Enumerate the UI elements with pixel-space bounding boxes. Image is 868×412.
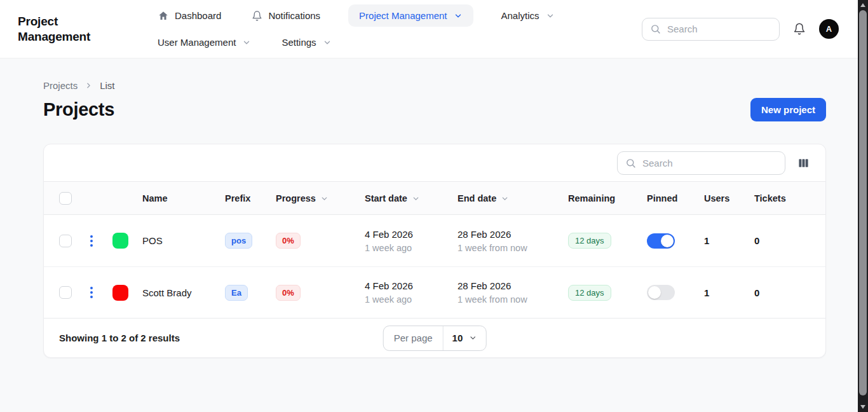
projects-table-card: Name Prefix Progress Start date End date… [43, 144, 826, 358]
nav-item-user-management[interactable]: User Management [155, 37, 254, 48]
scrollbar-up-arrow-icon[interactable] [858, 1, 868, 10]
users-count: 1 [704, 287, 754, 298]
top-nav: Project Management Dashboard Notificatio… [0, 0, 868, 58]
row-actions-kebab-icon[interactable] [87, 235, 96, 247]
nav-row-1: Dashboard Notifications Project Manageme… [155, 4, 557, 28]
scrollbar-down-arrow-icon[interactable] [858, 402, 868, 411]
per-page-select[interactable]: 10 [444, 326, 486, 350]
table-row: Scott Brady Ea 0% 4 Feb 2026 1 week ago … [44, 266, 825, 318]
chevron-down-icon [242, 38, 251, 47]
breadcrumb: Projects List [43, 80, 826, 91]
end-date-cell: 28 Feb 2026 1 week from now [458, 280, 568, 305]
nav-item-settings[interactable]: Settings [279, 37, 334, 48]
chevron-right-icon [85, 81, 93, 90]
chevron-down-icon [468, 334, 477, 342]
table-search[interactable] [617, 151, 785, 175]
nav-item-project-management[interactable]: Project Management [348, 4, 473, 27]
column-header-progress[interactable]: Progress [276, 193, 365, 203]
chevron-down-icon [454, 11, 463, 20]
column-header-end-date[interactable]: End date [458, 193, 568, 203]
nav-item-label: Notifications [268, 10, 320, 21]
tickets-count: 0 [754, 235, 810, 246]
per-page-value: 10 [452, 333, 463, 343]
per-page-label: Per page [384, 326, 444, 350]
start-date-relative: 1 week ago [365, 294, 458, 305]
select-all-checkbox[interactable] [59, 192, 72, 205]
main-nav: Dashboard Notifications Project Manageme… [155, 4, 557, 55]
vertical-scrollbar[interactable] [858, 0, 868, 412]
avatar-initial: A [826, 24, 832, 34]
column-header-remaining: Remaining [568, 193, 647, 203]
nav-item-label: Dashboard [175, 10, 221, 21]
bell-icon [252, 10, 262, 22]
end-date-cell: 28 Feb 2026 1 week from now [458, 229, 568, 253]
breadcrumb-projects[interactable]: Projects [43, 80, 78, 91]
logo-line-1: Project [18, 14, 155, 29]
progress-badge: 0% [276, 285, 301, 301]
sort-chevron-icon [320, 195, 329, 203]
table-row: POS pos 0% 4 Feb 2026 1 week ago 28 Feb … [44, 215, 825, 266]
app-window: Project Management Dashboard Notificatio… [0, 0, 868, 412]
end-date-relative: 1 week from now [458, 243, 568, 253]
results-summary: Showing 1 to 2 of 2 results [59, 333, 180, 343]
remaining-badge: 12 days [568, 233, 611, 249]
nav-item-notifications[interactable]: Notifications [249, 10, 323, 22]
color-swatch [112, 233, 128, 249]
column-header-users: Users [704, 193, 754, 203]
column-header-prefix: Prefix [225, 193, 276, 203]
home-icon [158, 10, 169, 22]
notifications-bell-icon[interactable] [793, 22, 806, 36]
per-page-control: Per page 10 [383, 326, 487, 351]
sort-chevron-icon [412, 195, 420, 203]
page-title: Projects [43, 99, 114, 120]
nav-item-analytics[interactable]: Analytics [499, 10, 557, 21]
columns-icon[interactable] [797, 157, 810, 169]
row-checkbox[interactable] [59, 235, 72, 247]
nav-item-label: Analytics [501, 10, 539, 21]
column-header-name: Name [142, 193, 225, 203]
end-date-relative: 1 week from now [458, 294, 568, 305]
project-name[interactable]: Scott Brady [142, 287, 225, 298]
app-logo[interactable]: Project Management [18, 14, 155, 43]
tickets-count: 0 [754, 287, 810, 298]
start-date-relative: 1 week ago [365, 243, 458, 253]
table-footer: Showing 1 to 2 of 2 results Per page 10 [44, 318, 825, 357]
column-header-start-date[interactable]: Start date [365, 193, 458, 203]
row-actions-kebab-icon[interactable] [87, 287, 96, 298]
nav-item-dashboard[interactable]: Dashboard [155, 10, 224, 22]
column-header-pinned: Pinned [647, 193, 704, 203]
prefix-badge: Ea [225, 285, 248, 301]
new-project-button[interactable]: New project [750, 98, 826, 121]
table-header-row: Name Prefix Progress Start date End date… [44, 181, 825, 215]
title-row: Projects New project [43, 98, 826, 121]
page-content: Projects List Projects New project [0, 58, 868, 358]
scrollbar-thumb[interactable] [859, 10, 867, 395]
end-date: 28 Feb 2026 [458, 280, 568, 291]
breadcrumb-list[interactable]: List [100, 80, 114, 91]
global-search[interactable] [642, 18, 780, 41]
search-icon [625, 158, 636, 168]
users-count: 1 [704, 235, 754, 246]
pinned-toggle[interactable] [647, 285, 675, 300]
nav-item-label: User Management [158, 37, 236, 48]
logo-line-2: Management [18, 29, 155, 44]
prefix-badge: pos [225, 233, 252, 249]
row-checkbox[interactable] [59, 286, 72, 299]
global-search-input[interactable] [667, 24, 771, 34]
table-toolbar [44, 144, 825, 181]
start-date: 4 Feb 2026 [365, 229, 458, 240]
color-swatch [112, 285, 128, 301]
user-avatar[interactable]: A [819, 19, 839, 39]
progress-badge: 0% [276, 233, 301, 249]
project-name[interactable]: POS [142, 235, 225, 246]
start-date-cell: 4 Feb 2026 1 week ago [365, 229, 458, 253]
sort-chevron-icon [501, 195, 509, 203]
nav-item-label: Settings [281, 37, 316, 48]
column-header-tickets: Tickets [754, 193, 810, 203]
pinned-toggle[interactable] [647, 233, 675, 249]
nav-item-label: Project Management [359, 10, 447, 21]
table-search-input[interactable] [642, 158, 777, 168]
end-date: 28 Feb 2026 [458, 229, 568, 240]
nav-right-group: A [642, 18, 839, 41]
remaining-badge: 12 days [568, 285, 611, 301]
